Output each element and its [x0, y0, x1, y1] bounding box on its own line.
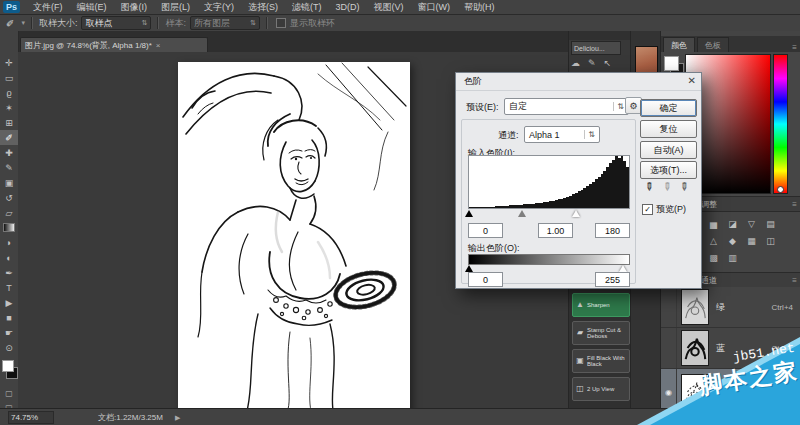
pen-tool[interactable]: ✒	[0, 265, 18, 280]
document-size-info: 文档:1.22M/3.25M	[98, 412, 163, 423]
menu-4[interactable]: 文字(Y)	[204, 2, 234, 12]
show-ring-checkbox[interactable]	[276, 18, 286, 28]
input-white-field[interactable]: 180	[595, 223, 630, 238]
brush-icon[interactable]: ✎	[588, 58, 596, 68]
menu-9[interactable]: 窗口(W)	[418, 2, 451, 12]
reset-button[interactable]: 复位	[640, 120, 697, 138]
photo-filter-icon[interactable]: ▦	[742, 232, 761, 249]
hand-tool[interactable]: ☛	[0, 325, 18, 340]
curves-icon[interactable]: ◪	[723, 215, 742, 232]
input-black-slider[interactable]	[465, 210, 473, 217]
brush-tool[interactable]: ✎	[0, 160, 18, 175]
input-black-field[interactable]: 0	[468, 223, 503, 238]
action-button-stamp-cut-deboss[interactable]: ▰Stamp Cut & Deboss	[572, 321, 630, 345]
document-tab[interactable]: 图片.jpg @ 74.8%(背景, Alpha 1/8)* ×	[20, 37, 208, 53]
invert-icon[interactable]: ▩	[704, 249, 723, 266]
hue-slider[interactable]	[773, 54, 788, 194]
input-white-slider[interactable]	[572, 210, 580, 217]
eraser-tool[interactable]: ▱	[0, 205, 18, 220]
blur-tool[interactable]: ◗	[0, 235, 18, 250]
channel-dropdown[interactable]: Alpha 1 ⇅	[524, 126, 600, 143]
output-black-field[interactable]: 0	[468, 272, 503, 287]
foreground-color-swatch[interactable]	[2, 360, 14, 372]
dodge-tool[interactable]: ◐	[0, 250, 18, 265]
black-point-eyedropper-icon[interactable]: ✐	[641, 178, 657, 194]
eye-toggle-empty[interactable]	[661, 328, 677, 368]
channel-row-1[interactable]: 蓝Ctrl+5	[661, 328, 800, 369]
type-tool[interactable]: T	[0, 280, 18, 295]
tab-swatches[interactable]: 色板	[697, 37, 729, 52]
menu-7[interactable]: 3D(D)	[336, 2, 360, 12]
menu-3[interactable]: 图层(L)	[161, 2, 190, 12]
panel-menu-icon[interactable]: ≡	[792, 200, 797, 209]
panel-menu-icon[interactable]: ≡	[792, 276, 797, 285]
options-separator	[157, 17, 159, 29]
zoom-level-field[interactable]: 74.75%	[8, 411, 54, 424]
menu-0[interactable]: 文件(F)	[33, 2, 63, 12]
eyedropper-tool[interactable]: ✐	[0, 130, 18, 145]
options-button[interactable]: 选项(T)...	[640, 161, 697, 179]
tool-preset-arrow-icon[interactable]: ▾	[21, 19, 25, 27]
panel-menu-icon[interactable]: ≡	[792, 43, 797, 52]
gradient-tool[interactable]	[0, 220, 18, 235]
menu-8[interactable]: 视图(V)	[374, 2, 404, 12]
input-gamma-field[interactable]: 1.00	[538, 223, 573, 238]
preset-dropdown[interactable]: 自定 ⇅	[504, 98, 629, 115]
channel-row-0[interactable]: 绿Ctrl+4	[661, 287, 800, 328]
vibrance-icon[interactable]: ▤	[761, 215, 780, 232]
close-tab-icon[interactable]: ×	[156, 41, 161, 50]
black-white-icon[interactable]: ◆	[723, 232, 742, 249]
move-tool[interactable]: ✛	[0, 55, 18, 70]
output-white-slider[interactable]	[619, 265, 627, 272]
preview-checkbox[interactable]: ✓ 预览(P)	[642, 203, 686, 216]
tool-list: ✛▭ϱ✶⊞✐✚✎▣↺▱◗◐✒T▶■☛⊙	[0, 31, 18, 355]
output-black-slider[interactable]	[465, 265, 473, 272]
ok-button[interactable]: 确定	[640, 99, 697, 117]
levels-dialog-titlebar[interactable]: 色阶	[456, 73, 701, 91]
crop-tool-icon: ⊞	[5, 118, 13, 128]
document-canvas[interactable]	[178, 62, 410, 408]
tab-color[interactable]: 颜色	[663, 37, 695, 52]
menu-10[interactable]: 帮助(H)	[464, 2, 495, 12]
auto-button[interactable]: 自动(A)	[640, 141, 697, 159]
panel-foreground-swatch[interactable]	[664, 56, 679, 71]
color-balance-icon[interactable]: △	[704, 232, 723, 249]
clone-stamp-tool[interactable]: ▣	[0, 175, 18, 190]
white-point-eyedropper-icon[interactable]: ✐	[676, 178, 692, 194]
exposure-icon[interactable]: ▽	[742, 215, 761, 232]
delicious-panel-tab[interactable]: Deliciou...	[571, 41, 621, 55]
quick-selection-tool[interactable]: ✶	[0, 100, 18, 115]
shape-tool[interactable]: ■	[0, 310, 18, 325]
zoom-tool[interactable]: ⊙	[0, 340, 18, 355]
gray-point-eyedropper-icon[interactable]: ✐	[658, 178, 674, 194]
marquee-tool[interactable]: ▭	[0, 70, 18, 85]
action-buttons: ▲Sharpen▰Stamp Cut & Deboss▣Fill Black W…	[572, 293, 628, 405]
action-button-fill-black-with-black[interactable]: ▣Fill Black With Black	[572, 349, 630, 373]
status-flyout-icon[interactable]: ▶	[175, 414, 180, 422]
sample-size-dropdown[interactable]: 取样点 ⇅	[81, 16, 151, 30]
input-gamma-slider[interactable]	[518, 210, 526, 217]
close-icon[interactable]: ✕	[688, 75, 696, 86]
posterize-icon[interactable]: ▥	[723, 249, 742, 266]
hue-marker[interactable]	[777, 186, 784, 193]
cloud-icon[interactable]: ☁	[571, 58, 580, 68]
menu-6[interactable]: 滤镜(T)	[292, 2, 322, 12]
levels-icon[interactable]: ▅	[704, 215, 723, 232]
eye-toggle-empty[interactable]	[661, 287, 677, 327]
action-button-sharpen[interactable]: ▲Sharpen	[572, 293, 630, 317]
action-button-2-up-view[interactable]: ◫2 Up View	[572, 377, 630, 401]
quick-mask-button[interactable]: ▢	[0, 387, 18, 400]
menu-5[interactable]: 选择(S)	[248, 2, 278, 12]
history-brush-tool[interactable]: ↺	[0, 190, 18, 205]
sample-dropdown[interactable]: 所有图层 ⇅	[190, 16, 260, 30]
lasso-tool[interactable]: ϱ	[0, 85, 18, 100]
healing-brush-tool[interactable]: ✚	[0, 145, 18, 160]
channel-mixer-icon[interactable]: ◫	[761, 232, 780, 249]
crop-tool[interactable]: ⊞	[0, 115, 18, 130]
output-white-field[interactable]: 255	[595, 272, 630, 287]
menu-2[interactable]: 图像(I)	[121, 2, 148, 12]
chevron-down-icon: ⇅	[142, 19, 148, 27]
menu-1[interactable]: 编辑(E)	[77, 2, 107, 12]
arrow-icon[interactable]: ↖	[604, 58, 612, 68]
path-selection-tool[interactable]: ▶	[0, 295, 18, 310]
